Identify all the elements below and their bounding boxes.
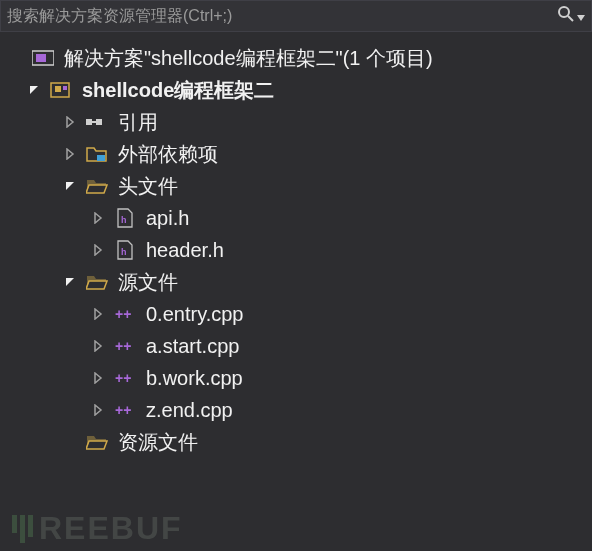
svg-text:++: ++ xyxy=(115,338,131,354)
svg-rect-11 xyxy=(96,119,102,125)
svg-rect-7 xyxy=(55,86,61,92)
file-entry-cpp[interactable]: ++ 0.entry.cpp xyxy=(4,298,588,330)
solution-label: 解决方案"shellcode编程框架二"(1 个项目) xyxy=(64,43,433,73)
headers-folder-node[interactable]: 头文件 xyxy=(4,170,588,202)
resources-folder-node[interactable]: 资源文件 xyxy=(4,426,588,458)
cpp-file-icon: ++ xyxy=(114,367,136,389)
cpp-file-icon: ++ xyxy=(114,303,136,325)
h-file-icon: h xyxy=(114,207,136,229)
svg-text:h: h xyxy=(121,215,127,225)
file-label: api.h xyxy=(146,203,189,233)
svg-marker-2 xyxy=(577,15,585,21)
watermark: REEBUF xyxy=(12,510,183,547)
folder-open-icon xyxy=(86,431,108,453)
expand-arrow-open-icon[interactable] xyxy=(60,272,80,292)
svg-marker-20 xyxy=(66,278,74,286)
expand-arrow-closed-icon[interactable] xyxy=(88,304,108,324)
svg-marker-21 xyxy=(95,309,101,319)
search-bar xyxy=(0,0,592,32)
folder-open-icon xyxy=(86,175,108,197)
references-icon xyxy=(86,111,108,133)
references-node[interactable]: 引用 xyxy=(4,106,588,138)
file-label: a.start.cpp xyxy=(146,331,239,361)
expand-arrow-open-icon[interactable] xyxy=(24,80,44,100)
folder-external-icon xyxy=(86,143,108,165)
file-label: header.h xyxy=(146,235,224,265)
svg-text:++: ++ xyxy=(115,370,131,386)
svg-marker-23 xyxy=(95,341,101,351)
expand-arrow-closed-icon[interactable] xyxy=(88,336,108,356)
svg-rect-8 xyxy=(63,86,67,90)
file-end-cpp[interactable]: ++ z.end.cpp xyxy=(4,394,588,426)
chevron-down-icon xyxy=(577,7,585,25)
project-label: shellcode编程框架二 xyxy=(82,75,274,105)
svg-marker-15 xyxy=(66,182,74,190)
project-node[interactable]: shellcode编程框架二 xyxy=(4,74,588,106)
external-deps-label: 外部依赖项 xyxy=(118,139,218,169)
svg-rect-10 xyxy=(86,119,92,125)
solution-node[interactable]: 解决方案"shellcode编程框架二"(1 个项目) xyxy=(4,42,588,74)
expand-arrow-closed-icon[interactable] xyxy=(88,368,108,388)
expand-arrow-closed-icon[interactable] xyxy=(88,400,108,420)
svg-text:++: ++ xyxy=(115,306,131,322)
expand-arrow-open-icon[interactable] xyxy=(60,176,80,196)
svg-rect-4 xyxy=(36,54,46,62)
svg-marker-25 xyxy=(95,373,101,383)
headers-folder-label: 头文件 xyxy=(118,171,178,201)
watermark-text: REEBUF xyxy=(39,510,183,547)
svg-marker-18 xyxy=(95,245,101,255)
resources-folder-label: 资源文件 xyxy=(118,427,198,457)
solution-icon xyxy=(32,47,54,69)
file-header-h[interactable]: h header.h xyxy=(4,234,588,266)
expand-arrow-closed-icon[interactable] xyxy=(60,112,80,132)
references-label: 引用 xyxy=(118,107,158,137)
file-label: b.work.cpp xyxy=(146,363,243,393)
svg-text:++: ++ xyxy=(115,402,131,418)
h-file-icon: h xyxy=(114,239,136,261)
svg-marker-16 xyxy=(95,213,101,223)
svg-point-0 xyxy=(559,7,569,17)
search-button[interactable] xyxy=(557,2,585,30)
cpp-file-icon: ++ xyxy=(114,335,136,357)
file-start-cpp[interactable]: ++ a.start.cpp xyxy=(4,330,588,362)
folder-open-icon xyxy=(86,271,108,293)
external-deps-node[interactable]: 外部依赖项 xyxy=(4,138,588,170)
cpp-file-icon: ++ xyxy=(114,399,136,421)
search-icon xyxy=(557,5,575,27)
project-icon xyxy=(50,79,72,101)
svg-marker-13 xyxy=(67,149,73,159)
svg-marker-9 xyxy=(67,117,73,127)
expand-arrow-closed-icon[interactable] xyxy=(60,144,80,164)
solution-explorer-tree: 解决方案"shellcode编程框架二"(1 个项目) shellcode编程框… xyxy=(0,32,592,468)
expand-arrow-closed-icon[interactable] xyxy=(88,208,108,228)
file-api-h[interactable]: h api.h xyxy=(4,202,588,234)
watermark-icon xyxy=(12,515,33,543)
sources-folder-node[interactable]: 源文件 xyxy=(4,266,588,298)
file-label: 0.entry.cpp xyxy=(146,299,243,329)
svg-text:h: h xyxy=(121,247,127,257)
svg-rect-14 xyxy=(97,155,105,161)
file-work-cpp[interactable]: ++ b.work.cpp xyxy=(4,362,588,394)
search-input[interactable] xyxy=(7,7,557,25)
svg-marker-27 xyxy=(95,405,101,415)
expand-arrow-closed-icon[interactable] xyxy=(88,240,108,260)
svg-marker-5 xyxy=(30,86,38,94)
file-label: z.end.cpp xyxy=(146,395,233,425)
svg-line-1 xyxy=(568,16,573,21)
sources-folder-label: 源文件 xyxy=(118,267,178,297)
